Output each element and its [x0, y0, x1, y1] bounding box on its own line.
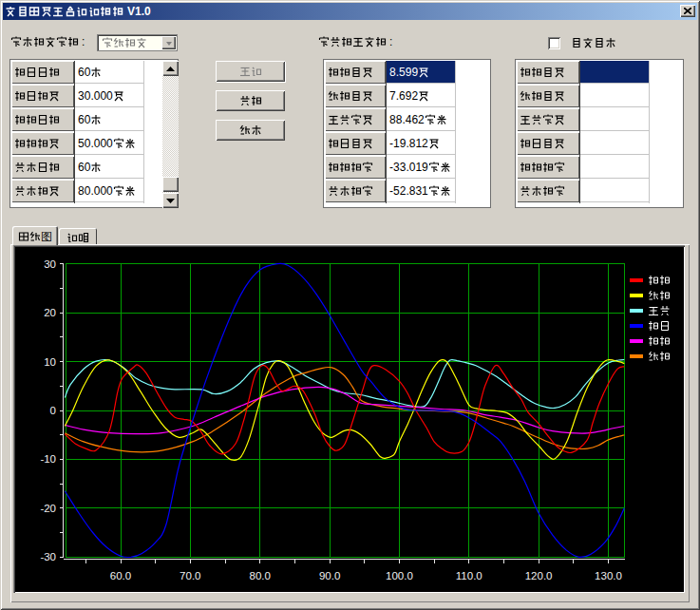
svg-text:30: 30	[44, 258, 56, 270]
svg-text:-30: -30	[40, 551, 56, 562]
svg-text:60.0: 60.0	[110, 570, 131, 581]
svg-text:80.0: 80.0	[250, 570, 271, 581]
svg-text:120.0: 120.0	[525, 570, 553, 581]
svg-text:130.0: 130.0	[595, 570, 622, 581]
svg-text:0: 0	[50, 405, 56, 416]
svg-text:-10: -10	[40, 453, 56, 465]
svg-text:110.0: 110.0	[456, 570, 482, 581]
svg-text:90.0: 90.0	[319, 570, 340, 581]
svg-text:10: 10	[44, 356, 56, 368]
svg-text:70.0: 70.0	[180, 570, 200, 581]
svg-text:20: 20	[44, 307, 56, 318]
svg-text:100.0: 100.0	[386, 570, 413, 581]
svg-text:-20: -20	[40, 503, 56, 514]
